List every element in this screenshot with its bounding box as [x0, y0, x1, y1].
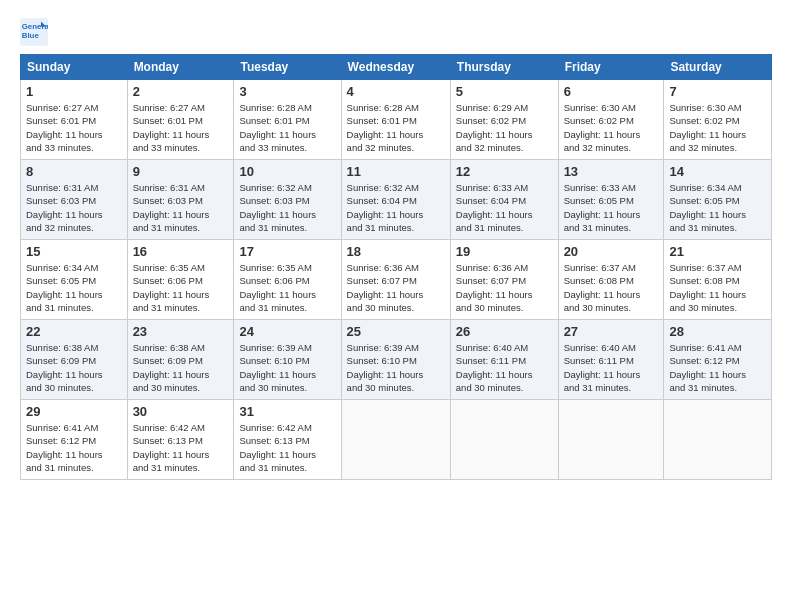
day-number: 26 — [456, 324, 553, 339]
day-number: 2 — [133, 84, 229, 99]
calendar-cell: 24Sunrise: 6:39 AM Sunset: 6:10 PM Dayli… — [234, 320, 341, 400]
day-number: 9 — [133, 164, 229, 179]
day-info: Sunrise: 6:31 AM Sunset: 6:03 PM Dayligh… — [26, 181, 122, 234]
calendar-cell: 29Sunrise: 6:41 AM Sunset: 6:12 PM Dayli… — [21, 400, 128, 480]
logo-icon: General Blue — [20, 18, 48, 46]
calendar-cell: 2Sunrise: 6:27 AM Sunset: 6:01 PM Daylig… — [127, 80, 234, 160]
calendar-header-cell: Saturday — [664, 55, 772, 80]
calendar-body: 1Sunrise: 6:27 AM Sunset: 6:01 PM Daylig… — [21, 80, 772, 480]
day-info: Sunrise: 6:35 AM Sunset: 6:06 PM Dayligh… — [239, 261, 335, 314]
day-info: Sunrise: 6:36 AM Sunset: 6:07 PM Dayligh… — [347, 261, 445, 314]
calendar-cell: 11Sunrise: 6:32 AM Sunset: 6:04 PM Dayli… — [341, 160, 450, 240]
calendar-cell — [341, 400, 450, 480]
calendar-table: SundayMondayTuesdayWednesdayThursdayFrid… — [20, 54, 772, 480]
day-info: Sunrise: 6:30 AM Sunset: 6:02 PM Dayligh… — [669, 101, 766, 154]
day-info: Sunrise: 6:37 AM Sunset: 6:08 PM Dayligh… — [564, 261, 659, 314]
calendar-cell: 18Sunrise: 6:36 AM Sunset: 6:07 PM Dayli… — [341, 240, 450, 320]
day-info: Sunrise: 6:38 AM Sunset: 6:09 PM Dayligh… — [26, 341, 122, 394]
day-number: 31 — [239, 404, 335, 419]
day-number: 27 — [564, 324, 659, 339]
calendar-cell: 6Sunrise: 6:30 AM Sunset: 6:02 PM Daylig… — [558, 80, 664, 160]
day-info: Sunrise: 6:39 AM Sunset: 6:10 PM Dayligh… — [239, 341, 335, 394]
day-number: 12 — [456, 164, 553, 179]
day-info: Sunrise: 6:41 AM Sunset: 6:12 PM Dayligh… — [669, 341, 766, 394]
day-number: 16 — [133, 244, 229, 259]
calendar-cell: 16Sunrise: 6:35 AM Sunset: 6:06 PM Dayli… — [127, 240, 234, 320]
day-number: 14 — [669, 164, 766, 179]
calendar-cell: 13Sunrise: 6:33 AM Sunset: 6:05 PM Dayli… — [558, 160, 664, 240]
day-info: Sunrise: 6:36 AM Sunset: 6:07 PM Dayligh… — [456, 261, 553, 314]
day-info: Sunrise: 6:27 AM Sunset: 6:01 PM Dayligh… — [133, 101, 229, 154]
calendar-cell: 10Sunrise: 6:32 AM Sunset: 6:03 PM Dayli… — [234, 160, 341, 240]
calendar-cell: 8Sunrise: 6:31 AM Sunset: 6:03 PM Daylig… — [21, 160, 128, 240]
calendar-cell: 28Sunrise: 6:41 AM Sunset: 6:12 PM Dayli… — [664, 320, 772, 400]
calendar-cell: 7Sunrise: 6:30 AM Sunset: 6:02 PM Daylig… — [664, 80, 772, 160]
day-info: Sunrise: 6:29 AM Sunset: 6:02 PM Dayligh… — [456, 101, 553, 154]
day-number: 29 — [26, 404, 122, 419]
day-number: 6 — [564, 84, 659, 99]
day-info: Sunrise: 6:40 AM Sunset: 6:11 PM Dayligh… — [564, 341, 659, 394]
calendar-header-cell: Tuesday — [234, 55, 341, 80]
calendar-header-cell: Thursday — [450, 55, 558, 80]
day-number: 21 — [669, 244, 766, 259]
day-number: 18 — [347, 244, 445, 259]
day-info: Sunrise: 6:31 AM Sunset: 6:03 PM Dayligh… — [133, 181, 229, 234]
svg-text:General: General — [22, 22, 48, 31]
day-info: Sunrise: 6:28 AM Sunset: 6:01 PM Dayligh… — [239, 101, 335, 154]
calendar-cell — [558, 400, 664, 480]
calendar-cell: 5Sunrise: 6:29 AM Sunset: 6:02 PM Daylig… — [450, 80, 558, 160]
day-number: 17 — [239, 244, 335, 259]
calendar-cell: 15Sunrise: 6:34 AM Sunset: 6:05 PM Dayli… — [21, 240, 128, 320]
day-info: Sunrise: 6:33 AM Sunset: 6:05 PM Dayligh… — [564, 181, 659, 234]
day-info: Sunrise: 6:42 AM Sunset: 6:13 PM Dayligh… — [239, 421, 335, 474]
day-info: Sunrise: 6:32 AM Sunset: 6:03 PM Dayligh… — [239, 181, 335, 234]
day-number: 3 — [239, 84, 335, 99]
calendar-cell: 9Sunrise: 6:31 AM Sunset: 6:03 PM Daylig… — [127, 160, 234, 240]
page: General Blue SundayMondayTuesdayWednesda… — [0, 0, 792, 490]
day-number: 28 — [669, 324, 766, 339]
day-number: 24 — [239, 324, 335, 339]
day-number: 7 — [669, 84, 766, 99]
calendar-week-row: 8Sunrise: 6:31 AM Sunset: 6:03 PM Daylig… — [21, 160, 772, 240]
day-info: Sunrise: 6:37 AM Sunset: 6:08 PM Dayligh… — [669, 261, 766, 314]
calendar-cell: 30Sunrise: 6:42 AM Sunset: 6:13 PM Dayli… — [127, 400, 234, 480]
day-info: Sunrise: 6:38 AM Sunset: 6:09 PM Dayligh… — [133, 341, 229, 394]
calendar-week-row: 1Sunrise: 6:27 AM Sunset: 6:01 PM Daylig… — [21, 80, 772, 160]
day-info: Sunrise: 6:34 AM Sunset: 6:05 PM Dayligh… — [26, 261, 122, 314]
day-number: 30 — [133, 404, 229, 419]
day-number: 8 — [26, 164, 122, 179]
day-number: 1 — [26, 84, 122, 99]
day-number: 5 — [456, 84, 553, 99]
calendar-cell: 21Sunrise: 6:37 AM Sunset: 6:08 PM Dayli… — [664, 240, 772, 320]
calendar-cell: 20Sunrise: 6:37 AM Sunset: 6:08 PM Dayli… — [558, 240, 664, 320]
calendar-cell: 14Sunrise: 6:34 AM Sunset: 6:05 PM Dayli… — [664, 160, 772, 240]
day-number: 15 — [26, 244, 122, 259]
day-number: 22 — [26, 324, 122, 339]
calendar-header-cell: Monday — [127, 55, 234, 80]
svg-text:Blue: Blue — [22, 31, 40, 40]
calendar-cell — [664, 400, 772, 480]
calendar-cell: 19Sunrise: 6:36 AM Sunset: 6:07 PM Dayli… — [450, 240, 558, 320]
day-info: Sunrise: 6:32 AM Sunset: 6:04 PM Dayligh… — [347, 181, 445, 234]
header: General Blue — [20, 18, 772, 46]
day-number: 25 — [347, 324, 445, 339]
calendar-cell: 25Sunrise: 6:39 AM Sunset: 6:10 PM Dayli… — [341, 320, 450, 400]
day-number: 20 — [564, 244, 659, 259]
calendar-cell: 23Sunrise: 6:38 AM Sunset: 6:09 PM Dayli… — [127, 320, 234, 400]
calendar-cell: 17Sunrise: 6:35 AM Sunset: 6:06 PM Dayli… — [234, 240, 341, 320]
calendar-cell: 1Sunrise: 6:27 AM Sunset: 6:01 PM Daylig… — [21, 80, 128, 160]
calendar-week-row: 29Sunrise: 6:41 AM Sunset: 6:12 PM Dayli… — [21, 400, 772, 480]
calendar-cell — [450, 400, 558, 480]
calendar-week-row: 15Sunrise: 6:34 AM Sunset: 6:05 PM Dayli… — [21, 240, 772, 320]
day-number: 23 — [133, 324, 229, 339]
calendar-cell: 27Sunrise: 6:40 AM Sunset: 6:11 PM Dayli… — [558, 320, 664, 400]
day-info: Sunrise: 6:40 AM Sunset: 6:11 PM Dayligh… — [456, 341, 553, 394]
day-info: Sunrise: 6:39 AM Sunset: 6:10 PM Dayligh… — [347, 341, 445, 394]
day-info: Sunrise: 6:42 AM Sunset: 6:13 PM Dayligh… — [133, 421, 229, 474]
day-info: Sunrise: 6:28 AM Sunset: 6:01 PM Dayligh… — [347, 101, 445, 154]
logo: General Blue — [20, 18, 52, 46]
day-number: 4 — [347, 84, 445, 99]
day-info: Sunrise: 6:27 AM Sunset: 6:01 PM Dayligh… — [26, 101, 122, 154]
calendar-cell: 22Sunrise: 6:38 AM Sunset: 6:09 PM Dayli… — [21, 320, 128, 400]
calendar-cell: 4Sunrise: 6:28 AM Sunset: 6:01 PM Daylig… — [341, 80, 450, 160]
